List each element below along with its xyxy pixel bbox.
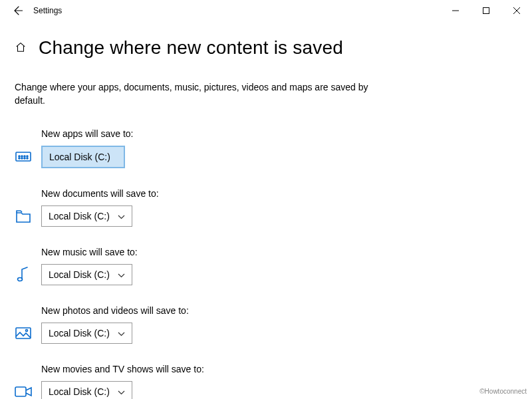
- setting-documents-label: New documents will save to:: [15, 188, 517, 199]
- svg-rect-1: [483, 8, 489, 14]
- home-icon[interactable]: [15, 41, 27, 55]
- svg-point-7: [24, 156, 25, 157]
- setting-documents: New documents will save to: Local Disk (…: [15, 188, 517, 227]
- svg-point-10: [21, 158, 23, 159]
- photos-icon: [15, 326, 32, 340]
- setting-apps-label: New apps will save to:: [15, 128, 517, 139]
- svg-point-13: [18, 278, 23, 281]
- page-description: Change where your apps, documents, music…: [15, 81, 374, 107]
- page-title: Change where new content is saved: [39, 37, 343, 59]
- photos-location-dropdown[interactable]: Local Disk (C:): [41, 323, 132, 344]
- minimize-button[interactable]: [440, 0, 471, 21]
- window-title: Settings: [33, 6, 62, 15]
- chevron-down-icon: [118, 269, 125, 280]
- svg-point-11: [24, 158, 25, 159]
- dropdown-value: Local Disk (C:): [49, 386, 110, 397]
- chevron-down-icon: [118, 386, 125, 397]
- music-location-dropdown[interactable]: Local Disk (C:): [41, 264, 132, 285]
- svg-point-8: [27, 156, 28, 157]
- svg-point-9: [19, 158, 20, 159]
- page-content: Change where new content is saved Change…: [0, 21, 532, 399]
- apps-icon: [15, 150, 32, 164]
- setting-music-label: New music will save to:: [15, 247, 517, 257]
- dropdown-value: Local Disk (C:): [49, 269, 110, 280]
- maximize-button[interactable]: [471, 0, 501, 21]
- watermark: ©Howtoconnect: [479, 388, 527, 395]
- svg-point-15: [26, 330, 28, 332]
- close-icon: [513, 7, 520, 14]
- setting-photos-label: New photos and videos will save to:: [15, 305, 517, 316]
- dropdown-value: Local Disk (C:): [49, 328, 110, 338]
- svg-point-6: [21, 156, 23, 157]
- dropdown-value: Local Disk (C:): [49, 152, 110, 162]
- setting-movies-label: New movies and TV shows will save to:: [15, 364, 517, 374]
- svg-rect-14: [16, 328, 31, 338]
- setting-movies: New movies and TV shows will save to: Lo…: [15, 364, 517, 399]
- movies-icon: [15, 384, 32, 399]
- chevron-down-icon: [118, 211, 125, 221]
- arrow-left-icon: [12, 5, 23, 16]
- close-button[interactable]: [501, 0, 532, 21]
- titlebar: Settings: [0, 0, 532, 21]
- heading-row: Change where new content is saved: [15, 37, 517, 59]
- svg-rect-16: [15, 387, 26, 396]
- dropdown-value: Local Disk (C:): [49, 211, 110, 221]
- music-icon: [15, 267, 32, 282]
- svg-point-12: [27, 158, 28, 159]
- svg-point-5: [19, 156, 20, 157]
- apps-location-dropdown[interactable]: Local Disk (C:): [41, 146, 125, 168]
- chevron-down-icon: [118, 328, 125, 338]
- movies-location-dropdown[interactable]: Local Disk (C:): [41, 381, 132, 399]
- minimize-icon: [452, 7, 459, 14]
- setting-photos: New photos and videos will save to: Loca…: [15, 305, 517, 344]
- setting-apps: New apps will save to: Local Disk (C:): [15, 128, 517, 168]
- setting-music: New music will save to: Local Disk (C:): [15, 247, 517, 285]
- documents-icon: [15, 209, 32, 223]
- window-controls: [440, 0, 532, 21]
- documents-location-dropdown[interactable]: Local Disk (C:): [41, 205, 132, 227]
- maximize-icon: [483, 7, 489, 14]
- back-button[interactable]: [7, 0, 28, 21]
